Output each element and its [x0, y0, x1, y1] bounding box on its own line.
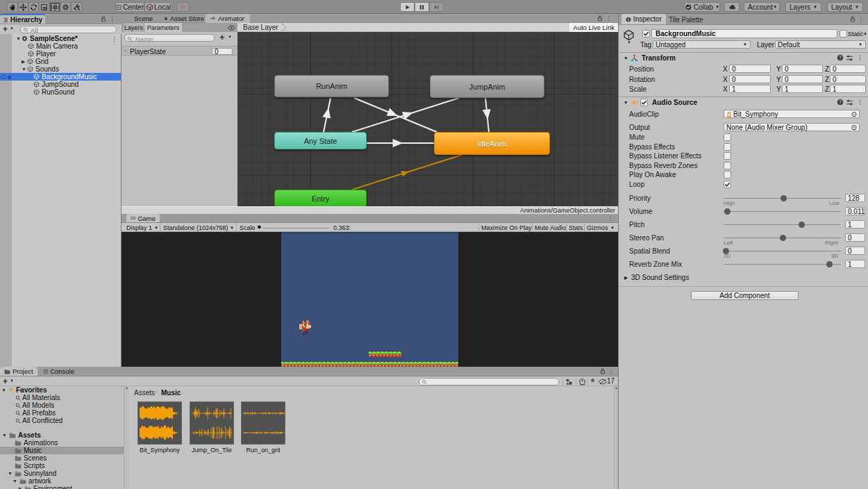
svg-text:?: ? [839, 55, 842, 60]
svg-text:?: ? [839, 99, 842, 104]
